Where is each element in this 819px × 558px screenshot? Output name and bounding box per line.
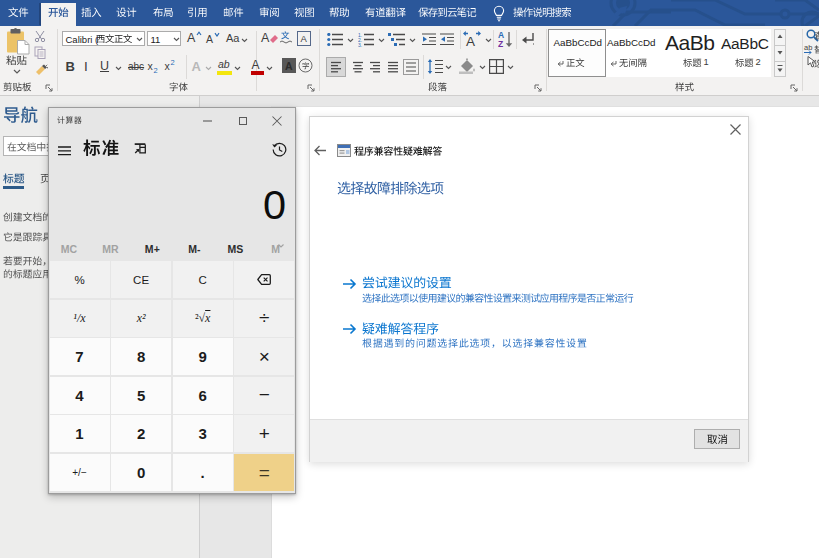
svg-text:Z: Z: [498, 39, 503, 48]
svg-text:A: A: [466, 34, 475, 48]
svg-text:3.: 3.: [358, 42, 362, 48]
